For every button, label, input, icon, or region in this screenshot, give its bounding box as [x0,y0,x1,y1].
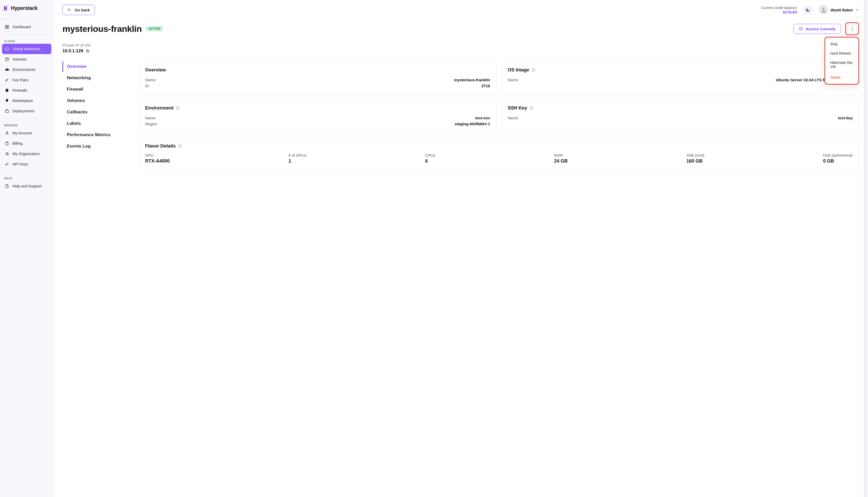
sidebar-item-label: Help and Support [12,184,42,188]
flavor-gpus-label: # of GPUs [288,153,306,157]
brand[interactable]: Hyperstack [2,5,51,16]
env-region-value: staging-NORWAY-1 [455,122,490,126]
card-overview: Overview Namemysterious-franklin ID2716 [139,61,497,95]
svg-rect-0 [5,25,7,27]
svg-point-11 [8,153,8,154]
page-title: mysterious-franklin [63,24,142,34]
scrollbar[interactable] [864,0,867,497]
access-console-label: Access Console [805,27,836,31]
key-icon [5,78,9,82]
sidebar-item-label: Volumes [12,57,27,61]
svg-point-17 [852,30,852,31]
card-environment: Environment Nametest-env Regionstaging-N… [139,99,497,133]
secnav-firewall[interactable]: Firewall [63,84,130,95]
sidebar-item-label: Deployments [12,109,35,113]
file-icon [5,141,9,146]
flavor-disk-eph-label: Disk (ephemeral) [823,153,853,157]
sidebar-item-volumes[interactable]: Volumes [2,54,51,65]
menu-item-stop[interactable]: Stop [827,39,857,49]
private-ip-value: 10.0.1.129 [63,48,83,54]
svg-rect-2 [5,27,7,28]
sidebar-item-billing[interactable]: Billing [2,138,51,148]
svg-point-7 [6,80,7,81]
credit-label: Current credit balance [761,6,797,10]
secnav-labels[interactable]: Labels [63,118,130,129]
sidebar-item-label: Virtual Machines [12,47,40,51]
private-ip-block: Private IP of VM 10.0.1.129 [63,43,859,54]
flavor-gpus-value: 1 [288,158,306,164]
menu-item-hibernate[interactable]: Hibernate this VM [827,58,857,71]
flavor-ram-value: 24 GB [554,158,568,164]
copy-icon[interactable] [85,49,89,53]
actions-menu-button[interactable] [845,22,859,35]
svg-point-16 [852,28,852,29]
sidebar-item-my-account[interactable]: My Account [2,128,51,138]
secnav-volumes[interactable]: Volumes [63,96,130,106]
file-icon [5,184,9,188]
help-icon[interactable] [532,68,536,72]
svg-point-15 [852,26,852,27]
sidebar-item-deployments[interactable]: Deployments [2,106,51,116]
moon-icon [805,8,810,12]
sidebar-item-label: Dashboard [12,25,31,29]
sidebar-item-api-keys[interactable]: API Keys [2,159,51,169]
secnav-callbacks[interactable]: Callbacks [63,107,130,117]
help-icon[interactable] [529,106,534,110]
sidebar-item-virtual-machines[interactable]: Virtual Machines [2,44,51,54]
flavor-ram-label: RAM [554,153,568,157]
secnav-performance-metrics[interactable]: Performance Metrics [63,130,130,140]
flavor-gpu-value: RTX-A4000 [145,158,170,164]
sidebar-item-environments[interactable]: Environments [2,65,51,75]
menu-item-hard-reboot[interactable]: Hard Reboot [827,49,857,58]
svg-rect-3 [7,27,9,28]
help-icon[interactable] [178,144,182,148]
sidebar-item-label: Marketplace [12,99,33,103]
secnav-networking[interactable]: Networking [63,73,130,83]
overview-id-value: 2716 [481,84,490,88]
sidebar-item-label: Key Pairs [12,78,28,82]
svg-point-9 [6,132,8,133]
ssh-name-label: Name [508,116,518,120]
flavor-cpus-value: 6 [425,158,435,164]
sidebar-item-label: My Organization [12,152,40,156]
sidebar-item-label: API Keys [12,162,28,166]
sidebar: Hyperstack Dashboard CLOUD Virtual Machi… [0,0,54,497]
os-name-label: Name [508,78,518,82]
flavor-disk-root-label: Disk (root) [686,153,704,157]
sidebar-item-dashboard[interactable]: Dashboard [2,22,51,32]
user-menu[interactable]: Wyatt Baker [819,5,859,14]
secnav-overview[interactable]: Overview [63,61,130,72]
svg-rect-4 [5,48,9,50]
credit-balance: Current credit balance $176.83 [761,6,797,14]
go-back-label: Go back [74,8,90,12]
secnav-events-log[interactable]: Events Log [63,141,130,152]
theme-toggle[interactable] [803,5,813,14]
user-icon [5,131,9,136]
svg-point-12 [6,164,7,165]
sidebar-item-help-support[interactable]: Help and Support [2,181,51,191]
sidebar-item-key-pairs[interactable]: Key Pairs [2,75,51,85]
overview-name-label: Name [145,78,155,82]
svg-rect-8 [5,110,9,113]
card-flavor-details: Flavor Details GPURTX-A4000 # of GPUs1 C… [139,138,859,170]
sidebar-item-marketplace[interactable]: Marketplace [2,96,51,106]
env-region-label: Region [145,122,157,126]
topbar: Go back Current credit balance $176.83 W [63,5,859,15]
help-icon[interactable] [176,106,180,110]
cards-area: Overview Namemysterious-franklin ID2716 … [139,61,859,170]
sidebar-item-my-organization[interactable]: My Organization [2,148,51,159]
brand-logo-icon [3,5,8,11]
access-console-button[interactable]: Access Console [794,24,841,34]
go-back-button[interactable]: Go back [63,5,95,15]
credit-value: $176.83 [761,10,797,14]
users-icon [5,152,9,156]
sidebar-item-label: My Account [12,131,32,135]
briefcase-icon [5,109,9,113]
menu-item-delete[interactable]: Delete [827,73,857,82]
sidebar-item-firewalls[interactable]: Firewalls [2,85,51,96]
svg-point-10 [6,153,7,154]
title-row: mysterious-franklin ACTIVE Access Consol… [63,22,859,35]
card-env-title: Environment [145,105,174,111]
cloud-icon [5,67,9,72]
sidebar-section-manage: MANAGE [2,122,51,128]
